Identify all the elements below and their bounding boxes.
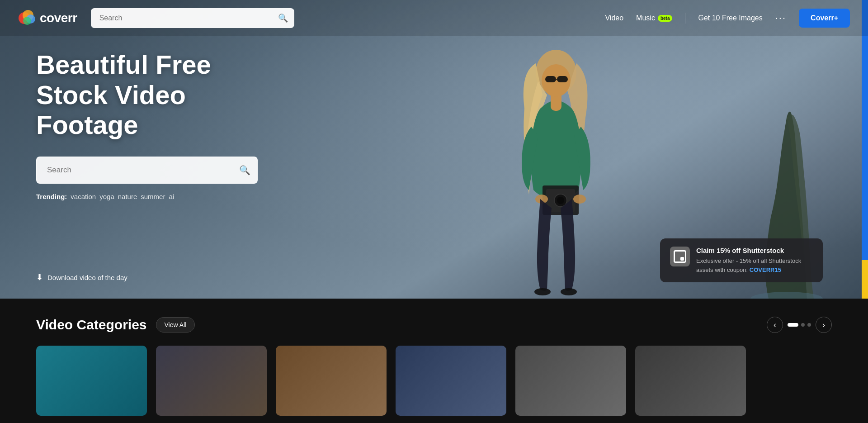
carousel-next-button[interactable]: › bbox=[816, 317, 832, 333]
categories-header: Video Categories View All ‹ › bbox=[36, 317, 832, 333]
logo[interactable]: coverr bbox=[18, 9, 77, 27]
svg-point-17 bbox=[561, 288, 577, 295]
trending-tag-vacation[interactable]: vacation bbox=[71, 193, 96, 200]
accent-blue bbox=[862, 0, 868, 260]
trending-section: Trending: vacation yoga nature summer ai bbox=[36, 193, 280, 200]
download-icon: ⬇ bbox=[36, 272, 43, 282]
hero-section: Beautiful Free Stock Video Footage 🔍 Tre… bbox=[0, 0, 868, 299]
hero-figure-svg bbox=[488, 36, 624, 299]
beta-badge: beta bbox=[658, 15, 673, 22]
nav-free-images-link[interactable]: Get 10 Free Images bbox=[698, 14, 762, 22]
hero-figure bbox=[461, 0, 651, 299]
category-card-5[interactable] bbox=[515, 346, 626, 416]
nav-right: Video Music beta Get 10 Free Images ··· … bbox=[605, 9, 850, 28]
hero-search-input[interactable] bbox=[36, 157, 258, 184]
promo-coupon: COVERR15 bbox=[750, 266, 781, 273]
hero-search-wrapper: 🔍 bbox=[36, 157, 258, 184]
categories-title: Video Categories bbox=[36, 317, 147, 333]
accent-yellow bbox=[862, 260, 868, 299]
carousel-prev-button[interactable]: ‹ bbox=[767, 317, 783, 333]
nav-divider bbox=[685, 13, 685, 24]
svg-rect-13 bbox=[545, 76, 556, 82]
bottom-section: Video Categories View All ‹ › bbox=[0, 299, 868, 423]
carousel-nav: ‹ › bbox=[767, 317, 832, 333]
hero-search-button[interactable]: 🔍 bbox=[231, 157, 258, 184]
nav-search-input[interactable] bbox=[91, 8, 294, 28]
carousel-dot-active bbox=[788, 323, 798, 327]
promo-title: Claim 15% off Shutterstock bbox=[696, 247, 813, 254]
promo-logo bbox=[670, 247, 690, 266]
navbar: coverr 🔍 Video Music beta Get 10 Free Im… bbox=[0, 0, 868, 36]
carousel-dot-3 bbox=[807, 323, 811, 327]
view-all-button[interactable]: View All bbox=[156, 317, 195, 333]
hero-title: Beautiful Free Stock Video Footage bbox=[36, 50, 280, 140]
promo-text: Claim 15% off Shutterstock Exclusive off… bbox=[696, 247, 813, 274]
promo-card: Claim 15% off Shutterstock Exclusive off… bbox=[660, 238, 823, 282]
category-card-1[interactable] bbox=[36, 346, 147, 416]
trending-tag-yoga[interactable]: yoga bbox=[99, 193, 114, 200]
svg-rect-14 bbox=[557, 76, 568, 82]
download-video-link[interactable]: ⬇ Download video of the day bbox=[36, 272, 127, 282]
category-card-4[interactable] bbox=[396, 346, 506, 416]
trending-tag-summer[interactable]: summer bbox=[141, 193, 165, 200]
carousel-dots bbox=[788, 323, 811, 327]
svg-point-8 bbox=[557, 197, 564, 204]
svg-point-10 bbox=[573, 195, 586, 204]
hero-search-icon: 🔍 bbox=[239, 165, 250, 176]
nav-more-button[interactable]: ··· bbox=[775, 13, 786, 23]
coverr-logo-icon bbox=[18, 9, 36, 27]
svg-point-3 bbox=[23, 17, 31, 25]
trending-tag-nature[interactable]: nature bbox=[118, 193, 137, 200]
carousel-dot-2 bbox=[801, 323, 805, 327]
category-card-2[interactable] bbox=[156, 346, 267, 416]
nav-search-container: 🔍 bbox=[91, 8, 294, 28]
category-cards-row bbox=[36, 346, 832, 416]
logo-text: coverr bbox=[40, 11, 77, 25]
promo-logo-inner bbox=[674, 250, 686, 263]
nav-link-video[interactable]: Video bbox=[605, 14, 623, 22]
download-label: Download video of the day bbox=[47, 274, 127, 281]
accent-bar bbox=[862, 0, 868, 299]
nav-search-icon: 🔍 bbox=[278, 13, 288, 23]
trending-label: Trending: bbox=[36, 193, 67, 200]
category-card-6[interactable] bbox=[635, 346, 746, 416]
category-card-3[interactable] bbox=[276, 346, 387, 416]
coverr-plus-button[interactable]: Coverr+ bbox=[799, 9, 850, 28]
promo-description: Exclusive offer - 15% off all Shuttersto… bbox=[696, 257, 813, 274]
svg-point-16 bbox=[534, 288, 551, 295]
trending-tag-ai[interactable]: ai bbox=[169, 193, 174, 200]
nav-link-music[interactable]: Music beta bbox=[636, 14, 672, 22]
